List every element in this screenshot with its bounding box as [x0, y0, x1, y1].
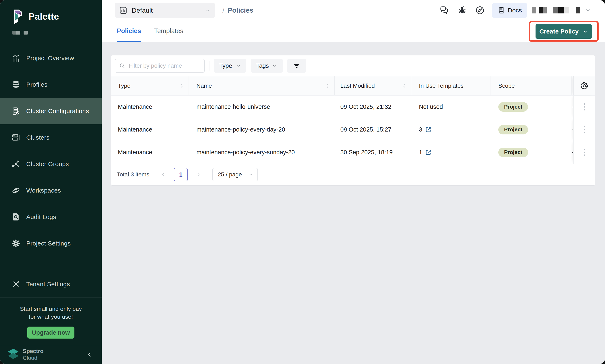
- docs-label: Docs: [508, 7, 522, 14]
- tags-filter-dropdown[interactable]: Tags: [251, 59, 283, 73]
- network-icon: [11, 159, 20, 169]
- chevron-left-icon: [86, 351, 93, 359]
- cell-scope: Project: [490, 118, 572, 141]
- sort-icon[interactable]: [403, 84, 406, 88]
- cell-scope: Project: [490, 96, 572, 118]
- feedback-button[interactable]: [439, 5, 449, 15]
- sidebar-item-label: Clusters: [26, 134, 50, 141]
- cell-last-modified: 09 Oct 2025, 21:32: [335, 96, 411, 118]
- chevron-down-icon: [585, 7, 591, 14]
- sidebar-item-workspaces[interactable]: Workspaces: [0, 177, 102, 204]
- user-menu-button[interactable]: [585, 7, 591, 14]
- create-policy-button[interactable]: Create Policy: [536, 24, 592, 39]
- cell-clipped: -: [572, 118, 573, 141]
- book-icon: [498, 7, 505, 14]
- bug-icon: [457, 6, 467, 15]
- tags-filter-label: Tags: [256, 63, 269, 69]
- sidebar-footer: Spectro Cloud: [0, 345, 102, 364]
- sidebar-collapse-button[interactable]: [86, 351, 93, 359]
- table-row[interactable]: Maintenance maintenance-hello-universe 0…: [111, 96, 595, 118]
- current-page-button[interactable]: 1: [174, 168, 188, 181]
- breadcrumb-current[interactable]: Policies: [228, 6, 254, 14]
- cell-type: Maintenance: [111, 141, 189, 164]
- sidebar-item-profiles[interactable]: Profiles: [0, 71, 102, 98]
- column-header-name[interactable]: Name: [189, 76, 335, 95]
- scope-badge: Project: [498, 148, 528, 157]
- row-menu-button[interactable]: [582, 147, 587, 158]
- breadcrumb-separator: /: [222, 7, 224, 14]
- row-menu-button[interactable]: [582, 124, 587, 135]
- promo-text-line2: for what you use!: [7, 313, 94, 321]
- sidebar-item-label: Cluster Groups: [26, 160, 69, 168]
- upgrade-now-button[interactable]: Upgrade now: [27, 326, 75, 338]
- chevron-left-icon: [161, 172, 166, 177]
- sidebar-item-cluster-groups[interactable]: Cluster Groups: [0, 151, 102, 177]
- chevron-right-icon: [196, 172, 201, 177]
- cell-actions: [573, 96, 595, 118]
- cell-actions: [573, 118, 595, 141]
- gear-outline-icon: [580, 81, 589, 90]
- table-row[interactable]: Maintenance maintenance-policy-every-sun…: [111, 141, 595, 164]
- cell-scope: Project: [490, 141, 572, 164]
- type-filter-dropdown[interactable]: Type: [214, 59, 246, 73]
- tab-templates[interactable]: Templates: [154, 21, 183, 42]
- annotation-highlight: Create Policy: [529, 21, 599, 42]
- cell-name: maintenance-hello-universe: [189, 96, 335, 118]
- scope-badge: Project: [498, 102, 528, 112]
- column-header-scope: Scope: [490, 76, 572, 95]
- app-window: Palette Project Overview: [0, 0, 605, 364]
- advanced-filter-button[interactable]: [287, 59, 306, 73]
- external-link-icon[interactable]: [425, 149, 432, 156]
- redacted-user-info: [532, 7, 580, 13]
- tab-policies[interactable]: Policies: [117, 21, 141, 42]
- redacted-version-info: [13, 31, 102, 35]
- cell-last-modified: 09 Oct 2025, 15:27: [335, 118, 411, 141]
- chat-bubbles-icon: [439, 5, 449, 15]
- external-link-icon[interactable]: [425, 126, 432, 133]
- sort-icon[interactable]: [326, 84, 329, 88]
- previous-page-button[interactable]: [161, 172, 166, 177]
- database-icon: [11, 80, 20, 89]
- sort-icon[interactable]: [180, 84, 183, 88]
- filter-bar: Type Tags: [111, 55, 595, 76]
- sidebar-item-project-settings[interactable]: Project Settings: [0, 230, 102, 257]
- create-policy-label: Create Policy: [539, 28, 579, 35]
- sidebar-item-cluster-configurations[interactable]: Cluster Configurations: [0, 98, 102, 124]
- brand-name: Spectro Cloud: [23, 348, 44, 361]
- next-page-button[interactable]: [196, 172, 201, 177]
- sidebar-item-clusters[interactable]: Clusters: [0, 124, 102, 151]
- cell-clipped: -: [572, 141, 573, 164]
- column-header-type[interactable]: Type: [111, 76, 189, 95]
- orbit-icon: [11, 186, 20, 195]
- sidebar-item-project-overview[interactable]: Project Overview: [0, 45, 102, 71]
- sidebar-item-label: Workspaces: [26, 187, 61, 194]
- palette-logo-icon: [13, 8, 24, 25]
- column-header-last-modified[interactable]: Last Modified: [335, 76, 411, 95]
- chevron-down-icon: [582, 28, 588, 34]
- compass-icon: [475, 6, 485, 15]
- sidebar-item-tenant-settings[interactable]: Tenant Settings: [0, 271, 102, 297]
- project-scope-selector[interactable]: Default: [115, 3, 215, 18]
- sidebar-item-audit-logs[interactable]: Audit Logs: [0, 204, 102, 230]
- page-size-select[interactable]: 25 / page: [212, 168, 258, 181]
- search-input[interactable]: [115, 59, 205, 73]
- chevron-down-icon: [248, 172, 253, 177]
- table-row[interactable]: Maintenance maintenance-policy-every-day…: [111, 118, 595, 141]
- column-settings-button[interactable]: [573, 76, 595, 95]
- sidebar-item-label: Cluster Configurations: [26, 107, 89, 115]
- explore-button[interactable]: [475, 6, 485, 15]
- column-header-clipped: [572, 76, 573, 95]
- docs-button[interactable]: Docs: [492, 3, 527, 18]
- report-bug-button[interactable]: [457, 6, 467, 15]
- sidebar-item-label: Project Settings: [26, 240, 71, 247]
- gear-icon: [11, 239, 20, 248]
- row-menu-button[interactable]: [582, 101, 587, 113]
- content-area: Type Tags: [102, 42, 605, 364]
- cell-type: Maintenance: [111, 118, 189, 141]
- sidebar-nav: Project Overview Profiles: [0, 45, 102, 297]
- cell-last-modified: 30 Sep 2025, 18:19: [335, 141, 411, 164]
- cell-in-use-templates: 3: [411, 118, 490, 141]
- chevron-down-icon: [235, 63, 241, 68]
- type-filter-label: Type: [219, 63, 232, 69]
- document-search-icon: [11, 212, 20, 221]
